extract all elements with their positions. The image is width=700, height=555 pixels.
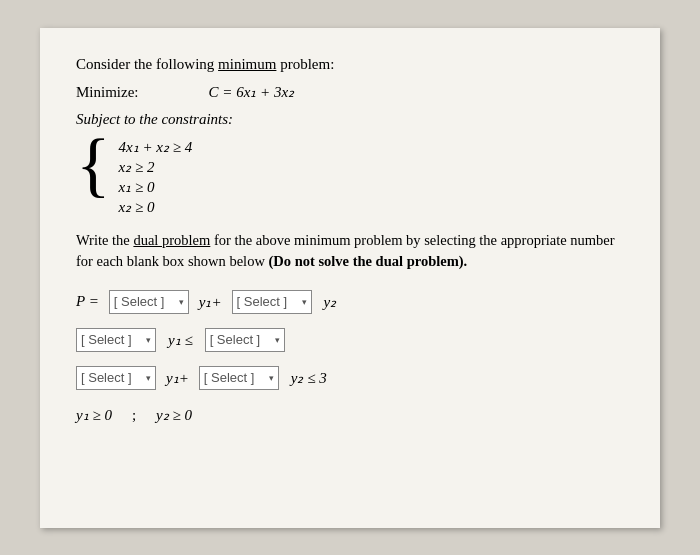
chevron-2-1: ▾ (146, 335, 151, 345)
eq-row-3: [ Select ] ▾ y₁+ [ Select ] ▾ y₂ ≤ 3 (76, 366, 624, 390)
select-3-1[interactable]: [ Select ] ▾ (76, 366, 156, 390)
title-suffix: problem: (276, 56, 334, 72)
title-underline: minimum (218, 56, 276, 72)
brace-symbol: { (76, 128, 111, 200)
y2-label: y₂ (324, 293, 337, 311)
eq-row-1: P = [ Select ] ▾ y₁+ [ Select ] ▾ y₂ (76, 290, 624, 314)
chevron-2-2: ▾ (275, 335, 280, 345)
select-3-2-text: [ Select ] (204, 370, 265, 385)
eq-row-2: [ Select ] ▾ y₁ ≤ [ Select ] ▾ (76, 328, 624, 352)
p-label: P = (76, 293, 99, 310)
title-prefix: Consider the following (76, 56, 218, 72)
select-1-1[interactable]: [ Select ] ▾ (109, 290, 189, 314)
constraint-2: x₂ ≥ 2 (119, 158, 193, 176)
footer-line: y₁ ≥ 0 ; y₂ ≥ 0 (76, 406, 624, 424)
chevron-1-2: ▾ (302, 297, 307, 307)
select-3-1-text: [ Select ] (81, 370, 142, 385)
instructions-bold: (Do not solve the dual problem). (268, 253, 467, 269)
chevron-1-1: ▾ (179, 297, 184, 307)
title-line: Consider the following minimum problem: (76, 56, 624, 73)
minimize-line: Minimize: C = 6x₁ + 3x₂ (76, 83, 624, 101)
select-2-2[interactable]: [ Select ] ▾ (205, 328, 285, 352)
footer-y1: y₁ ≥ 0 (76, 406, 112, 424)
constraint-rows: 4x₁ + x₂ ≥ 4 x₂ ≥ 2 x₁ ≥ 0 x₂ ≥ 0 (119, 134, 193, 216)
constraint-4: x₂ ≥ 0 (119, 198, 193, 216)
select-1-2[interactable]: [ Select ] ▾ (232, 290, 312, 314)
select-2-1-text: [ Select ] (81, 332, 142, 347)
y1-plus-3: y₁+ (166, 369, 189, 387)
equation-block: P = [ Select ] ▾ y₁+ [ Select ] ▾ y₂ [ S… (76, 290, 624, 390)
chevron-3-2: ▾ (269, 373, 274, 383)
footer-semicolon: ; (132, 407, 136, 424)
instructions-prefix: Write the (76, 232, 133, 248)
subject-line: Subject to the constraints: (76, 111, 624, 128)
minimize-formula: C = 6x₁ + 3x₂ (209, 83, 295, 101)
y2-leq-3: y₂ ≤ 3 (291, 369, 327, 387)
constraints-block: { 4x₁ + x₂ ≥ 4 x₂ ≥ 2 x₁ ≥ 0 x₂ ≥ 0 (76, 134, 624, 216)
instructions: Write the dual problem for the above min… (76, 230, 624, 272)
select-3-2[interactable]: [ Select ] ▾ (199, 366, 279, 390)
select-1-2-text: [ Select ] (237, 294, 298, 309)
select-2-2-text: [ Select ] (210, 332, 271, 347)
y1-plus-1: y₁+ (199, 293, 222, 311)
constraint-1: 4x₁ + x₂ ≥ 4 (119, 138, 193, 156)
select-2-1[interactable]: [ Select ] ▾ (76, 328, 156, 352)
chevron-3-1: ▾ (146, 373, 151, 383)
y1-leq: y₁ ≤ (168, 331, 193, 349)
select-1-1-text: [ Select ] (114, 294, 175, 309)
minimize-label: Minimize: (76, 84, 139, 101)
constraint-3: x₁ ≥ 0 (119, 178, 193, 196)
instructions-underline: dual problem (133, 232, 210, 248)
footer-y2: y₂ ≥ 0 (156, 406, 192, 424)
